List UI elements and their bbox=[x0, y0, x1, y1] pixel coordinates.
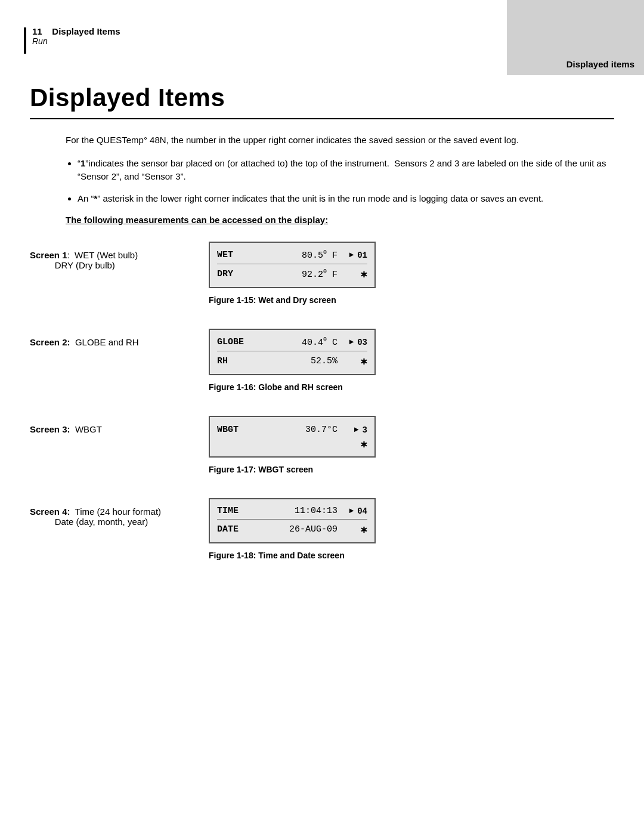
screen-3-row1-num: 3 bbox=[363, 425, 367, 435]
screen-3-row1-value: 30.7°C bbox=[253, 425, 343, 435]
screen-2-row2-star: ✱ bbox=[361, 354, 367, 367]
screen-1-lcd-row-1: WET 80.50 F ► 01 bbox=[217, 248, 367, 262]
screen-3-lcd-row-1: WBGT 30.7°C ► 3 bbox=[217, 423, 367, 437]
screen-4-row1-right: ► 04 bbox=[343, 506, 367, 516]
screen-2-caption: Figure 1-16: Globe and RH screen bbox=[209, 382, 343, 392]
intro-text: For the QUESTemp° 48N, the number in the… bbox=[66, 134, 614, 147]
chapter-text: 11 Displayed Items Run bbox=[32, 26, 120, 46]
screen-3-row1-label: WBGT bbox=[217, 425, 253, 435]
screen-1-row1-value: 80.50 F bbox=[253, 249, 343, 261]
screen-4-lcd-divider bbox=[217, 519, 367, 520]
screen-2-lcd-row-1: GLOBE 40.40 C ► 03 bbox=[217, 335, 367, 350]
screen-4-row2-value: 26-AUG-09 bbox=[253, 524, 343, 535]
screen-1-label: Screen 1: WET (Wet bulb) DRY (Dry bulb) bbox=[30, 242, 185, 270]
screen-4-row2-star: ✱ bbox=[361, 523, 367, 536]
screen-3-empty: ✱ bbox=[217, 437, 367, 450]
screen-2-row2-right: ✱ bbox=[343, 354, 367, 367]
screen-3-display: WBGT 30.7°C ► 3 ✱ Figure 1-17: WBGT scre… bbox=[209, 416, 614, 477]
screen-2-label-bold: Screen 2: bbox=[30, 337, 70, 347]
chapter-number: 11 Displayed Items bbox=[32, 26, 120, 36]
screen-2-label: Screen 2: GLOBE and RH bbox=[30, 329, 185, 347]
screen-1-row: Screen 1: WET (Wet bulb) DRY (Dry bulb) … bbox=[30, 242, 614, 307]
screen-2-display: GLOBE 40.40 C ► 03 RH 52.5% ✱ Figure 1-1… bbox=[209, 329, 614, 394]
screen-4-lcd: TIME 11:04:13 ► 04 DATE 26-AUG-09 ✱ bbox=[209, 498, 376, 543]
screen-4-caption: Figure 1-18: Time and Date screen bbox=[209, 551, 345, 560]
screen-4-lcd-row-2: DATE 26-AUG-09 ✱ bbox=[217, 521, 367, 537]
screen-1-row1-arrow: ► bbox=[349, 251, 354, 259]
bullet2-before: An “ bbox=[78, 193, 94, 203]
screen-4-lcd-row-1: TIME 11:04:13 ► 04 bbox=[217, 504, 367, 518]
title-divider bbox=[30, 118, 614, 119]
screen-3-label-bold: Screen 3: bbox=[30, 424, 70, 434]
screen-3-lcd: WBGT 30.7°C ► 3 ✱ bbox=[209, 416, 376, 458]
screen-2-row1-label: GLOBE bbox=[217, 337, 253, 347]
screen-3-caption: Figure 1-17: WBGT screen bbox=[209, 465, 313, 474]
screen-1-label-bold: Screen 1 bbox=[30, 250, 67, 260]
screen-4-row2-label: DATE bbox=[217, 524, 253, 535]
screen-3-row: Screen 3: WBGT WBGT 30.7°C ► 3 ✱ Figure … bbox=[30, 416, 614, 477]
page-tab: Displayed items bbox=[507, 0, 644, 75]
screen-4-row: Screen 4: Time (24 hour format) Date (da… bbox=[30, 498, 614, 563]
screen-3-label: Screen 3: WBGT bbox=[30, 416, 185, 434]
screen-2-row1-value: 40.40 C bbox=[253, 336, 343, 348]
tab-label: Displayed items bbox=[566, 59, 634, 69]
screen-1-row2-value: 92.20 F bbox=[253, 268, 343, 280]
bullet1-after: ”indicates the sensor bar placed on (or … bbox=[78, 158, 606, 182]
screen-2-row1-num: 03 bbox=[357, 338, 367, 347]
screen-1-row2-label: DRY bbox=[217, 269, 253, 279]
screen-2-row2-value: 52.5% bbox=[253, 356, 343, 366]
page-title: Displayed Items bbox=[30, 84, 614, 112]
screen-4-row1-value: 11:04:13 bbox=[253, 506, 343, 516]
screen-3-row1-arrow: ► bbox=[354, 425, 359, 434]
screen-2-row1-arrow: ► bbox=[349, 338, 354, 347]
screen-1-lcd: WET 80.50 F ► 01 DRY 92.20 F ✱ bbox=[209, 242, 376, 288]
screen-1-row1-num: 01 bbox=[357, 251, 367, 260]
screen-1-row2-star: ✱ bbox=[361, 267, 367, 280]
screen-2-lcd: GLOBE 40.40 C ► 03 RH 52.5% ✱ bbox=[209, 329, 376, 375]
screen-1-display: WET 80.50 F ► 01 DRY 92.20 F ✱ Figure 1-… bbox=[209, 242, 614, 307]
chapter-bar bbox=[24, 27, 26, 54]
screen-1-lcd-divider bbox=[217, 264, 367, 264]
screen-2-lcd-row-2: RH 52.5% ✱ bbox=[217, 353, 367, 369]
chapter-header: 11 Displayed Items Run bbox=[24, 26, 120, 54]
main-content: Displayed Items For the QUESTemp° 48N, t… bbox=[0, 84, 644, 620]
bullet2-after: ” asterisk in the lower right corner ind… bbox=[97, 193, 543, 203]
chapter-num-value: 11 bbox=[32, 26, 42, 36]
screen-4-row1-arrow: ► bbox=[349, 506, 354, 515]
screen-4-display: TIME 11:04:13 ► 04 DATE 26-AUG-09 ✱ Figu… bbox=[209, 498, 614, 563]
bullet-list: “1”indicates the sensor bar placed on (o… bbox=[78, 157, 614, 206]
screen-2-label-text: GLOBE and RH bbox=[70, 337, 139, 347]
screen-3-label-text: WBGT bbox=[70, 424, 102, 434]
screen-4-row2-right: ✱ bbox=[343, 523, 367, 536]
screen-2-row: Screen 2: GLOBE and RH GLOBE 40.40 C ► 0… bbox=[30, 329, 614, 394]
screen-3-row1-right: ► 3 bbox=[343, 425, 367, 435]
chapter-title-value: Displayed Items bbox=[52, 26, 120, 36]
screen-4-label: Screen 4: Time (24 hour format) Date (da… bbox=[30, 498, 185, 527]
screen-1-row1-label: WET bbox=[217, 250, 253, 260]
screen-1-caption: Figure 1-15: Wet and Dry screen bbox=[209, 295, 336, 305]
bullet-item-2: An “*” asterisk in the lower right corne… bbox=[78, 192, 614, 206]
screen-1-row1-right: ► 01 bbox=[343, 251, 367, 260]
screen-2-lcd-divider bbox=[217, 351, 367, 351]
screen-1-lcd-row-2: DRY 92.20 F ✱ bbox=[217, 265, 367, 282]
screen-4-label-bold: Screen 4: bbox=[30, 506, 70, 517]
chapter-subtitle: Run bbox=[32, 36, 120, 46]
screen-1-row2-right: ✱ bbox=[343, 267, 367, 280]
screen-2-row2-label: RH bbox=[217, 356, 253, 366]
screen-2-row1-right: ► 03 bbox=[343, 338, 367, 347]
screen-4-row1-label: TIME bbox=[217, 506, 253, 516]
bullet-item-1: “1”indicates the sensor bar placed on (o… bbox=[78, 157, 614, 184]
screen-3-star: ✱ bbox=[361, 437, 367, 450]
screen-4-row1-num: 04 bbox=[357, 506, 367, 516]
section-heading: The following measurements can be access… bbox=[66, 215, 614, 225]
